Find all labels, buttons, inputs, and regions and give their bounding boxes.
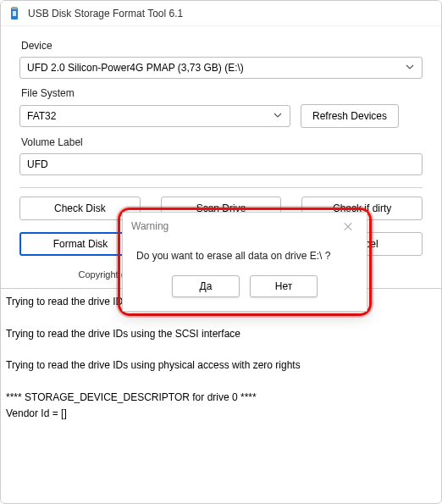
volume-label-input[interactable] (19, 153, 423, 175)
filesystem-select[interactable]: FAT32 (19, 105, 290, 127)
chevron-down-icon (405, 62, 415, 75)
device-value: UFD 2.0 Silicon-Power4G PMAP (3,73 GB) (… (27, 62, 244, 74)
close-icon (343, 221, 353, 231)
dialog-no-button[interactable]: Нет (250, 275, 318, 297)
dialog-message: Do you want to erase all data on drive E… (123, 240, 367, 267)
svg-rect-1 (12, 7, 17, 9)
log-line: Vendor Id = [] (6, 407, 436, 421)
divider (19, 187, 423, 188)
warning-dialog: Warning Do you want to erase all data on… (122, 212, 367, 312)
dialog-yes-button[interactable]: Да (172, 275, 240, 297)
main-window: USB Disk Storage Format Tool 6.1 Device … (0, 0, 442, 504)
titlebar: USB Disk Storage Format Tool 6.1 (1, 1, 441, 26)
svg-rect-2 (13, 11, 16, 16)
log-line: **** STORAGE_DEVICE_DESCRIPTOR for drive… (6, 391, 436, 405)
dialog-close-button[interactable] (338, 216, 358, 236)
dialog-title: Warning (131, 220, 169, 232)
log-line: Trying to read the drive IDs using physi… (6, 359, 436, 373)
log-line: Trying to read the drive IDs using the S… (6, 328, 436, 341)
chevron-down-icon (273, 110, 283, 123)
highlight-outline: Warning Do you want to erase all data on… (118, 208, 372, 316)
device-select[interactable]: UFD 2.0 Silicon-Power4G PMAP (3,73 GB) (… (19, 57, 423, 79)
dialog-titlebar: Warning (123, 213, 367, 240)
refresh-devices-button[interactable]: Refresh Devices (301, 104, 399, 128)
window-title: USB Disk Storage Format Tool 6.1 (28, 8, 183, 19)
device-label: Device (21, 40, 423, 52)
usb-disk-icon (8, 7, 21, 20)
volume-label-label: Volume Label (21, 136, 423, 148)
filesystem-label: File System (21, 87, 423, 99)
filesystem-value: FAT32 (27, 110, 56, 122)
